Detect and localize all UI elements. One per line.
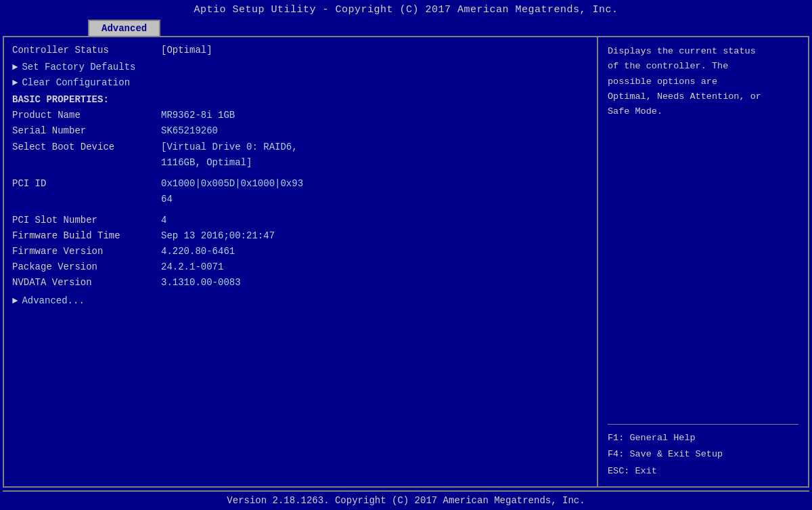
- prop-row-fw-version: Firmware Version 4.220.80-6461: [12, 244, 589, 259]
- prop-label-product-name: Product Name: [12, 108, 161, 123]
- help-line-3: possible options are: [608, 75, 798, 89]
- prop-row-product-name: Product Name MR9362-8i 1GB: [12, 108, 589, 123]
- bottom-text: Version 2.18.1263. Copyright (C) 2017 Am…: [227, 495, 585, 506]
- prop-row-boot-device: Select Boot Device [Virtual Drive 0: RAI…: [12, 140, 589, 171]
- prop-value-fw-build-time: Sep 13 2016;00:21:47: [161, 228, 275, 244]
- key-hints: F1: General Help F4: Save & Exit Setup E…: [608, 430, 798, 480]
- controller-status-value: [Optimal]: [161, 43, 212, 58]
- key-hint-f1: F1: General Help: [608, 430, 798, 446]
- help-line-4: Optimal, Needs Attention, or: [608, 89, 798, 104]
- help-text: Displays the current status of the contr…: [608, 44, 798, 419]
- prop-label-pci-slot: PCI Slot Number: [12, 213, 161, 228]
- prop-row-pci-id: PCI ID 0x1000|0x005D|0x1000|0x9364: [12, 176, 589, 207]
- clear-configuration-label: Clear Configuration: [22, 75, 130, 91]
- key-hint-f4: F4: Save & Exit Setup: [608, 446, 798, 463]
- content-row: Controller Status [Optimal] ► Set Factor…: [4, 37, 808, 486]
- prop-row-pci-slot: PCI Slot Number 4: [12, 213, 589, 228]
- help-line-1: Displays the current status: [608, 44, 798, 59]
- title-bar: Aptio Setup Utility - Copyright (C) 2017…: [0, 0, 812, 18]
- help-line-5: Safe Mode.: [608, 104, 798, 119]
- main-area: Controller Status [Optimal] ► Set Factor…: [3, 36, 809, 488]
- prop-label-package-version: Package Version: [12, 259, 161, 275]
- set-factory-defaults-label: Set Factory Defaults: [22, 60, 135, 75]
- arrow-icon-factory: ►: [12, 60, 18, 75]
- prop-row-fw-build-time: Firmware Build Time Sep 13 2016;00:21:47: [12, 228, 589, 244]
- prop-value-serial-number: SK65219260: [161, 123, 218, 139]
- prop-label-fw-version: Firmware Version: [12, 244, 161, 259]
- prop-value-package-version: 24.2.1-0071: [161, 259, 223, 275]
- basic-properties-header: BASIC PROPERTIES:: [12, 92, 589, 108]
- prop-value-fw-version: 4.220.80-6461: [161, 244, 235, 259]
- prop-value-pci-slot: 4: [161, 213, 166, 228]
- prop-value-product-name: MR9362-8i 1GB: [161, 108, 235, 123]
- advanced-submenu-label: Advanced...: [22, 293, 84, 309]
- key-hint-esc: ESC: Exit: [608, 463, 798, 480]
- controller-status-row: Controller Status [Optimal]: [12, 43, 589, 58]
- prop-value-pci-id: 0x1000|0x005D|0x1000|0x9364: [161, 176, 303, 207]
- prop-label-nvdata-version: NVDATA Version: [12, 275, 161, 291]
- prop-label-fw-build-time: Firmware Build Time: [12, 228, 161, 244]
- prop-label-serial-number: Serial Number: [12, 123, 161, 139]
- prop-row-nvdata-version: NVDATA Version 3.1310.00-0083: [12, 275, 589, 291]
- prop-label-boot-device: Select Boot Device: [12, 140, 161, 155]
- clear-configuration-item[interactable]: ► Clear Configuration: [12, 75, 589, 91]
- advanced-submenu-item[interactable]: ► Advanced...: [12, 293, 589, 309]
- help-line-2: of the controller. The: [608, 59, 798, 74]
- prop-row-package-version: Package Version 24.2.1-0071: [12, 259, 589, 275]
- prop-value-boot-device: [Virtual Drive 0: RAID6,1116GB, Optimal]: [161, 140, 298, 171]
- prop-row-serial-number: Serial Number SK65219260: [12, 123, 589, 139]
- help-divider: [608, 424, 798, 425]
- arrow-icon-clear: ►: [12, 75, 18, 91]
- bottom-bar: Version 2.18.1263. Copyright (C) 2017 Am…: [3, 490, 809, 510]
- title-text: Aptio Setup Utility - Copyright (C) 2017…: [194, 4, 618, 16]
- set-factory-defaults-item[interactable]: ► Set Factory Defaults: [12, 60, 589, 75]
- tab-bar: Advanced: [0, 18, 812, 36]
- right-panel: Displays the current status of the contr…: [598, 37, 808, 486]
- arrow-icon-advanced: ►: [12, 293, 18, 309]
- left-panel: Controller Status [Optimal] ► Set Factor…: [4, 37, 598, 486]
- tab-advanced[interactable]: Advanced: [88, 20, 160, 36]
- prop-value-nvdata-version: 3.1310.00-0083: [161, 275, 241, 291]
- bios-screen: Aptio Setup Utility - Copyright (C) 2017…: [0, 0, 812, 510]
- prop-label-pci-id: PCI ID: [12, 176, 161, 192]
- controller-status-label: Controller Status: [12, 43, 161, 58]
